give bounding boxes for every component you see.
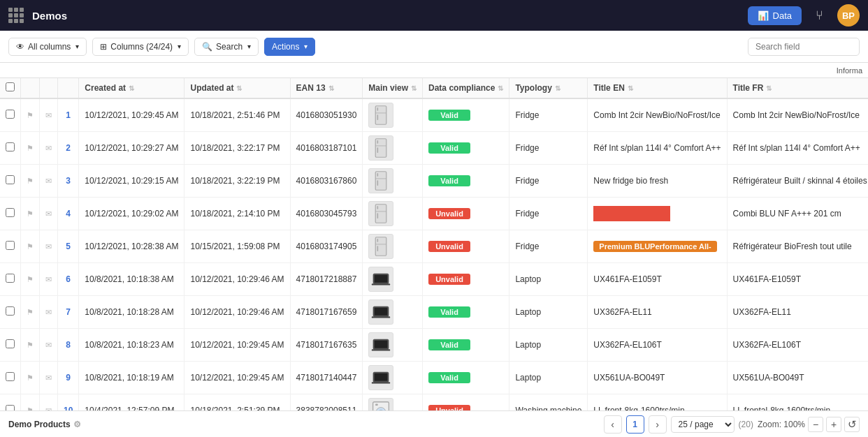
search-input[interactable]	[748, 38, 860, 56]
row-checkbox[interactable]	[6, 405, 15, 410]
email-header	[40, 78, 58, 98]
columns-button[interactable]: ⊞ Columns (24/24) ▾	[92, 38, 189, 56]
table-name-label: Demo Products	[8, 420, 71, 429]
data-nav-button[interactable]: 📊 Data	[748, 6, 802, 25]
created-at-cell: 10/12/2021, 10:29:27 AM	[79, 132, 185, 165]
title-fr-cell: UX362FA-EL106T	[727, 329, 868, 362]
settings-gear-icon[interactable]: ⚙	[73, 420, 81, 429]
title-en-value: Réf Int s/plan 114l 4° Comfort A++	[593, 143, 721, 153]
table-row: ⚑ ✉ 6 10/8/2021, 10:18:38 AM 10/12/2021,…	[0, 263, 868, 296]
row-checkbox-cell[interactable]	[0, 198, 21, 230]
svg-rect-19	[377, 246, 379, 251]
updated-at-cell: 10/15/2021, 1:59:08 PM	[185, 230, 290, 263]
actions-button[interactable]: Actions ▾	[264, 38, 315, 56]
main-view-header[interactable]: Main view⇅	[363, 78, 423, 98]
created-at-cell: 10/12/2021, 10:29:45 AM	[79, 98, 185, 132]
prev-page-button[interactable]: ‹	[604, 415, 622, 434]
updated-at-cell: 10/18/2021, 2:51:46 PM	[185, 98, 290, 132]
refresh-button[interactable]: ↺	[844, 417, 860, 432]
updated-at-header[interactable]: Updated at⇅	[185, 78, 290, 98]
title-en-cell: Premium BLUPerformance All-	[588, 230, 727, 263]
product-thumbnail	[368, 234, 393, 259]
title-fr-cell: Réfrigérateur Built / skinnal 4 étoiles …	[727, 165, 868, 198]
row-number: 2	[58, 132, 79, 165]
table-row: ⚑ ✉ 4 10/12/2021, 10:29:02 AM 10/18/2021…	[0, 198, 868, 230]
ean13-cell: 4718017167635	[290, 329, 363, 362]
flag-cell: ⚑	[21, 98, 40, 132]
row-checkbox-cell[interactable]	[0, 329, 21, 362]
next-page-button[interactable]: ›	[649, 415, 667, 434]
chevron-down-icon: ▾	[178, 43, 181, 50]
row-checkbox-cell[interactable]	[0, 263, 21, 296]
row-checkbox[interactable]	[6, 110, 15, 119]
search-button[interactable]: 🔍 Search ▾	[194, 38, 259, 56]
typology-cell: Laptop	[509, 263, 588, 296]
flag-cell: ⚑	[21, 329, 40, 362]
row-checkbox[interactable]	[6, 208, 15, 217]
zoom-out-button[interactable]: −	[808, 417, 823, 432]
row-checkbox-cell[interactable]	[0, 296, 21, 329]
select-all-header[interactable]	[0, 78, 21, 98]
data-compliance-header[interactable]: Data compliance⇅	[423, 78, 509, 98]
svg-rect-8	[376, 172, 387, 190]
row-checkbox-cell[interactable]	[0, 165, 21, 198]
row-checkbox-cell[interactable]	[0, 394, 21, 411]
typology-cell: Fridge	[509, 230, 588, 263]
title-en-value: UX362FA-EL11	[593, 307, 651, 317]
row-checkbox[interactable]	[6, 175, 15, 184]
flag-cell: ⚑	[21, 165, 40, 198]
app-grid-icon[interactable]	[8, 8, 24, 23]
email-cell: ✉	[40, 98, 58, 132]
title-en-header[interactable]: Title EN⇅	[588, 78, 727, 98]
ean13-header[interactable]: EAN 13⇅	[290, 78, 363, 98]
per-page-select[interactable]: 25 / page 50 / page 100 / page	[671, 416, 735, 433]
row-checkbox[interactable]	[6, 274, 15, 283]
ean13-cell: 4718017218887	[290, 263, 363, 296]
row-checkbox-cell[interactable]	[0, 98, 21, 132]
row-checkbox-cell[interactable]	[0, 362, 21, 394]
row-number: 9	[58, 362, 79, 394]
email-cell: ✉	[40, 230, 58, 263]
total-count: (20)	[739, 420, 753, 429]
email-cell: ✉	[40, 263, 58, 296]
ean13-cell: 4016803167860	[290, 165, 363, 198]
current-page[interactable]: 1	[626, 415, 644, 434]
row-checkbox[interactable]	[6, 339, 15, 348]
typology-header[interactable]: Typology⇅	[509, 78, 588, 98]
svg-rect-22	[372, 283, 390, 285]
title-fr-header[interactable]: Title FR⇅	[727, 78, 868, 98]
row-checkbox[interactable]	[6, 306, 15, 316]
row-checkbox[interactable]	[6, 142, 15, 151]
sort-icon: ⇅	[498, 84, 503, 92]
row-checkbox[interactable]	[6, 241, 15, 250]
row-checkbox-cell[interactable]	[0, 132, 21, 165]
compliance-badge: Valid	[428, 142, 470, 154]
chevron-down-icon: ▾	[304, 43, 308, 50]
email-cell: ✉	[40, 296, 58, 329]
data-table-container[interactable]: Created at⇅ Updated at⇅ EAN 13⇅ Main vie…	[0, 78, 868, 410]
title-en-value: Comb Int 2cir NewBio/NoFrost/Ice	[593, 110, 720, 120]
svg-rect-27	[375, 341, 388, 348]
sort-icon: ⇅	[411, 84, 417, 92]
chevron-down-icon: ▾	[75, 43, 79, 50]
all-columns-button[interactable]: 👁 All columns ▾	[8, 38, 87, 56]
email-cell: ✉	[40, 362, 58, 394]
main-view-cell	[363, 165, 423, 198]
sort-icon: ⇅	[129, 84, 134, 92]
product-thumbnail	[368, 168, 393, 193]
product-thumbnail	[368, 103, 393, 128]
row-checkbox-cell[interactable]	[0, 230, 21, 263]
select-all-checkbox[interactable]	[6, 82, 15, 91]
compliance-badge: Valid	[428, 175, 470, 186]
product-thumbnail	[368, 267, 393, 292]
row-checkbox[interactable]	[6, 372, 15, 381]
title-en-empty-badge	[593, 206, 670, 221]
main-view-cell	[363, 198, 423, 230]
top-nav: Demos 📊 Data ⑂ BP	[0, 0, 868, 31]
eye-icon: 👁	[16, 42, 24, 52]
tree-nav-icon[interactable]: ⑂	[810, 6, 829, 26]
user-avatar[interactable]: BP	[837, 4, 860, 27]
typology-cell: Fridge	[509, 165, 588, 198]
zoom-in-button[interactable]: +	[826, 417, 841, 432]
created-at-header[interactable]: Created at⇅	[79, 78, 185, 98]
